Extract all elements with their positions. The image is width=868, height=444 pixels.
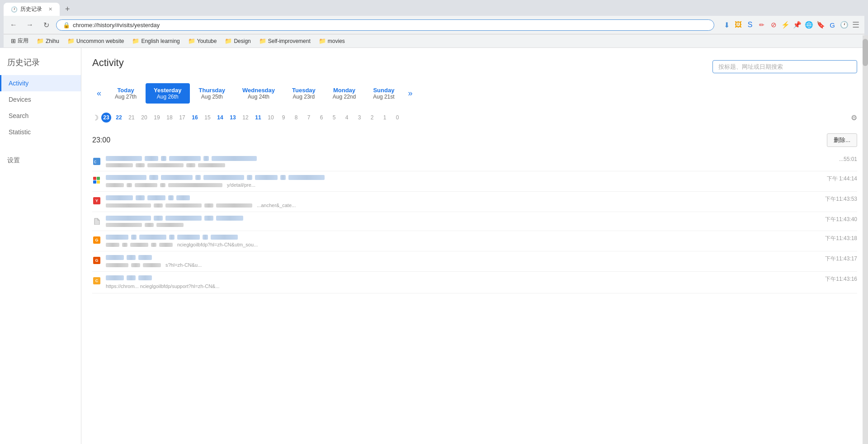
scrollbar[interactable]: [863, 35, 868, 444]
hour-1[interactable]: 1: [380, 113, 390, 123]
next-day-button[interactable]: »: [404, 87, 417, 100]
translate-icon[interactable]: G: [827, 20, 837, 30]
day-sunday[interactable]: Sunday Aug 21st: [365, 83, 402, 104]
item-title-7[interactable]: [106, 275, 821, 280]
hour-5[interactable]: 5: [329, 113, 339, 123]
bookmark-design[interactable]: 📁 Design: [221, 36, 254, 46]
bookmarks-bar: ⊞ 应用 📁 Zhihu 📁 Uncommon website 📁 Englis…: [4, 34, 864, 48]
hour-15[interactable]: 15: [203, 113, 212, 123]
item-favicon-7: C: [92, 276, 101, 285]
address-bar[interactable]: 🔒 chrome://history/#visits/yesterday: [56, 19, 714, 31]
item-time-4: 下午11:43:40: [825, 216, 857, 223]
item-time-2: 下午 1:44:14: [827, 175, 857, 183]
folder-icon-self: 📁: [259, 38, 266, 44]
menu-icon[interactable]: ☰: [851, 20, 861, 30]
history-item: Y: [92, 192, 857, 212]
item-body-2: y/detail/pre...: [106, 175, 822, 188]
opera-icon[interactable]: ⊘: [769, 20, 778, 30]
item-body-3: ...ancher&_cate...: [106, 195, 821, 208]
bookmark-self[interactable]: 📁 Self-improvement: [255, 36, 314, 46]
active-tab[interactable]: 🕐 历史记录 ✕: [4, 3, 60, 16]
sidebar-item-activity[interactable]: Activity: [0, 75, 81, 91]
hour-23[interactable]: 23: [101, 113, 111, 123]
bookmark-english[interactable]: 📁 English learning: [128, 36, 183, 46]
browser-chrome: 🕐 历史记录 ✕ + ← → ↻ 🔒 chrome://history/#vis…: [0, 0, 868, 48]
toolbar-icons: ⬇ 🖼 S ✏ ⊘ ⚡ 📌 🌐 🔖 G 🕐 ☰: [722, 20, 861, 30]
hour-0[interactable]: 0: [392, 113, 402, 123]
hour-13[interactable]: 13: [228, 113, 238, 123]
forward-button[interactable]: →: [24, 19, 36, 31]
day-thursday[interactable]: Thursday Aug 25th: [191, 83, 234, 104]
svg-text:c: c: [94, 159, 96, 164]
sidebar-item-statistic[interactable]: Statistic: [0, 124, 81, 140]
bookmark-apps[interactable]: ⊞ 应用: [7, 36, 32, 46]
hour-22[interactable]: 22: [114, 113, 124, 123]
hour-6[interactable]: 6: [316, 113, 326, 123]
item-title-4[interactable]: [106, 216, 821, 221]
extensions-icon[interactable]: ⬇: [722, 20, 731, 30]
hour-21[interactable]: 21: [127, 113, 137, 123]
sidebar-settings[interactable]: 设置: [0, 149, 81, 172]
hour-12[interactable]: 12: [241, 113, 250, 123]
hour-8[interactable]: 8: [291, 113, 301, 123]
day-today[interactable]: Today Aug 27th: [107, 83, 145, 104]
back-button[interactable]: ←: [7, 19, 20, 31]
item-title-5[interactable]: [106, 235, 821, 240]
delete-button[interactable]: 删除...: [827, 133, 857, 147]
hour-2[interactable]: 2: [367, 113, 377, 123]
sidebar-nav: Activity Devices Search Statistic: [0, 75, 81, 140]
hour-20[interactable]: 20: [139, 113, 149, 123]
bookmark-zhihu[interactable]: 📁 Zhihu: [33, 36, 63, 46]
new-tab-button[interactable]: +: [60, 3, 75, 16]
bookmark-apps-label: 应用: [18, 37, 28, 45]
globe-icon[interactable]: 🌐: [804, 20, 814, 30]
hour-16[interactable]: 16: [190, 113, 200, 123]
hour-19[interactable]: 19: [152, 113, 162, 123]
hour-14[interactable]: 14: [215, 113, 225, 123]
hour-11[interactable]: 11: [253, 113, 263, 123]
scribe-icon[interactable]: S: [745, 20, 755, 30]
lightning-icon[interactable]: ⚡: [780, 20, 790, 30]
refresh-button[interactable]: ↻: [40, 19, 52, 31]
pen-icon[interactable]: ✏: [757, 20, 767, 30]
bookmark-uncommon[interactable]: 📁 Uncommon website: [64, 36, 127, 46]
sidebar-item-search[interactable]: Search: [0, 108, 81, 124]
address-bar-row: ← → ↻ 🔒 chrome://history/#visits/yesterd…: [4, 16, 864, 34]
item-url-4: [106, 223, 821, 227]
hour-7[interactable]: 7: [304, 113, 314, 123]
item-favicon-1: c: [92, 157, 101, 166]
tab-close-icon[interactable]: ✕: [48, 6, 52, 12]
top-bar: Activity: [92, 57, 857, 76]
hour-settings-icon[interactable]: ⚙: [851, 113, 857, 122]
hour-17[interactable]: 17: [177, 113, 187, 123]
history-item: c: [92, 152, 857, 171]
apps-icon: ⊞: [11, 38, 16, 44]
bookmark-movies[interactable]: 📁 movies: [315, 36, 349, 46]
hour-9[interactable]: 9: [278, 113, 288, 123]
bookmark-icon[interactable]: 🔖: [816, 20, 826, 30]
folder-icon-uncommon: 📁: [67, 38, 75, 44]
item-title-1[interactable]: [106, 156, 835, 161]
day-yesterday[interactable]: Yesterday Aug 26th: [146, 83, 189, 104]
hour-3[interactable]: 3: [354, 113, 364, 123]
screenshot-icon[interactable]: 🖼: [733, 20, 743, 30]
hour-18[interactable]: 18: [165, 113, 175, 123]
item-body-5: ncieglgoilbfdp?hl=zh-CN&utm_sou...: [106, 235, 821, 247]
prev-day-button[interactable]: «: [92, 87, 106, 100]
item-title-3[interactable]: [106, 195, 821, 200]
day-tuesday[interactable]: Tuesday Aug 23rd: [284, 83, 324, 104]
day-monday[interactable]: Monday Aug 22nd: [325, 83, 364, 104]
scrollbar-thumb[interactable]: [863, 39, 868, 66]
sidebar-item-devices[interactable]: Devices: [0, 91, 81, 108]
day-wednesday[interactable]: Wednesday Aug 24th: [234, 83, 283, 104]
hour-4[interactable]: 4: [342, 113, 352, 123]
item-title-6[interactable]: [106, 255, 821, 260]
bookmark-youtube[interactable]: 📁 Youtube: [184, 36, 221, 46]
clock-icon[interactable]: 🕐: [839, 20, 849, 30]
pin-icon[interactable]: 📌: [792, 20, 802, 30]
item-favicon-6: G: [92, 256, 101, 265]
item-body-4: [106, 216, 821, 227]
search-input[interactable]: [712, 60, 857, 73]
item-title-2[interactable]: [106, 175, 822, 180]
hour-10[interactable]: 10: [266, 113, 276, 123]
